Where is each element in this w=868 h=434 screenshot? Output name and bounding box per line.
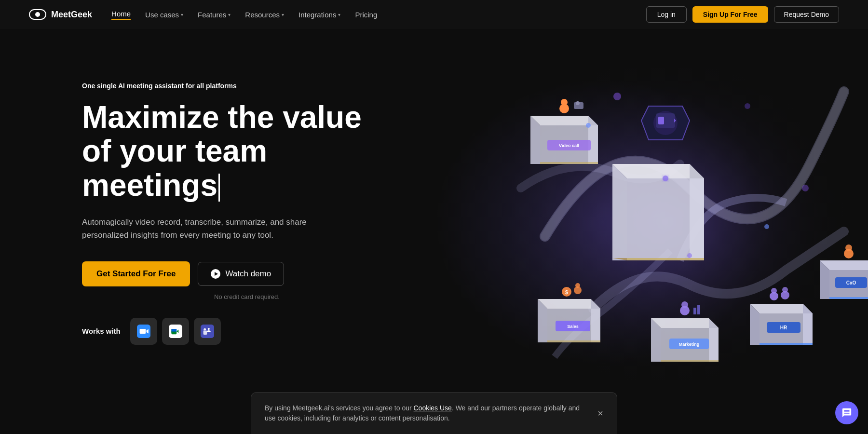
- svg-point-45: [802, 185, 809, 191]
- nav-right: Log in Sign Up For Free Request Demo: [646, 6, 839, 23]
- chat-icon: [841, 407, 852, 418]
- svg-text:Marketing: Marketing: [679, 342, 700, 347]
- chevron-icon: ▾: [338, 12, 340, 17]
- watch-demo-label: Watch demo: [225, 269, 271, 279]
- signup-button[interactable]: Sign Up For Free: [692, 6, 768, 23]
- svg-text:Sales: Sales: [567, 324, 579, 329]
- svg-point-26: [681, 301, 688, 308]
- cookies-use-link[interactable]: Cookies Use: [414, 404, 452, 412]
- play-icon: [211, 269, 220, 279]
- hero-illustration: Video call Sales $: [448, 19, 868, 424]
- nav-item-features[interactable]: Features ▾: [198, 11, 231, 19]
- cookie-text: By using Meetgeek.ai's services you agre…: [265, 403, 588, 423]
- svg-point-14: [561, 99, 568, 106]
- svg-text:$: $: [565, 289, 568, 295]
- hero-buttons: Get Started For Free Watch demo: [82, 261, 410, 286]
- logo-text: MeetGeek: [51, 10, 92, 20]
- cursor: [218, 174, 220, 202]
- svg-rect-27: [693, 308, 696, 314]
- hero-title: Maximize the value of your team meetings: [82, 100, 410, 202]
- hero-content: One single AI meeting assistant for all …: [82, 68, 410, 345]
- no-credit-text: No credit card required.: [84, 293, 410, 300]
- logo[interactable]: MeetGeek: [29, 9, 92, 20]
- login-button[interactable]: Log in: [646, 6, 687, 23]
- svg-text:HR: HR: [780, 325, 787, 330]
- svg-point-32: [771, 288, 777, 294]
- hero-tagline: One single AI meeting assistant for all …: [82, 82, 410, 90]
- nav-link-home[interactable]: Home: [111, 10, 131, 20]
- google-meet-icon[interactable]: M: [162, 318, 189, 345]
- svg-rect-28: [697, 305, 700, 314]
- svg-point-44: [745, 103, 750, 109]
- chevron-icon: ▾: [282, 12, 284, 17]
- svg-point-39: [663, 176, 668, 181]
- teams-icon[interactable]: [194, 318, 221, 345]
- nav-item-pricing[interactable]: Pricing: [355, 11, 377, 19]
- chevron-icon: ▾: [181, 12, 183, 17]
- integration-icons: M: [130, 318, 221, 345]
- nav-link-features[interactable]: Features ▾: [198, 11, 231, 19]
- hero-section: One single AI meeting assistant for all …: [0, 29, 868, 434]
- chat-widget[interactable]: [835, 401, 858, 424]
- nav-item-home[interactable]: Home: [111, 10, 131, 20]
- hero-description: Automagically video record, transcribe, …: [82, 216, 323, 242]
- nav-left: MeetGeek Home Use cases ▾ Features ▾ R: [29, 9, 377, 20]
- cookie-banner: By using Meetgeek.ai's services you agre…: [251, 392, 617, 434]
- svg-point-43: [613, 93, 621, 100]
- nav-item-use-cases[interactable]: Use cases ▾: [145, 11, 183, 19]
- nav-links: Home Use cases ▾ Features ▾ Resources ▾: [111, 10, 377, 20]
- nav-link-integrations[interactable]: Integrations ▾: [298, 11, 340, 19]
- svg-point-10: [653, 111, 678, 135]
- watch-demo-button[interactable]: Watch demo: [198, 262, 284, 286]
- zoom-icon[interactable]: [130, 318, 157, 345]
- svg-point-16: [576, 101, 580, 105]
- nav-link-pricing[interactable]: Pricing: [355, 11, 377, 19]
- hero-title-line2: of your team meetings: [82, 134, 267, 202]
- request-demo-button[interactable]: Request Demo: [774, 6, 839, 23]
- logo-icon: [29, 9, 46, 20]
- cookie-close-button[interactable]: ×: [597, 408, 603, 419]
- works-with-label: Works with: [82, 327, 121, 335]
- svg-point-40: [586, 123, 591, 128]
- nav-item-resources[interactable]: Resources ▾: [245, 11, 284, 19]
- nav-link-use-cases[interactable]: Use cases ▾: [145, 11, 183, 19]
- get-started-button[interactable]: Get Started For Free: [82, 261, 190, 286]
- svg-point-34: [782, 287, 788, 293]
- works-with: Works with: [82, 318, 410, 345]
- svg-point-42: [764, 224, 769, 229]
- nav-item-integrations[interactable]: Integrations ▾: [298, 11, 340, 19]
- svg-text:CxO: CxO: [846, 280, 856, 285]
- nav-link-resources[interactable]: Resources ▾: [245, 11, 284, 19]
- svg-point-22: [575, 283, 580, 288]
- svg-text:Video call: Video call: [559, 143, 579, 148]
- svg-point-6: [203, 328, 206, 330]
- svg-point-41: [687, 253, 692, 258]
- hero-title-line1: Maximize the value: [82, 100, 362, 135]
- chevron-icon: ▾: [228, 12, 231, 17]
- svg-point-38: [845, 244, 852, 251]
- navigation: MeetGeek Home Use cases ▾ Features ▾ R: [0, 0, 868, 29]
